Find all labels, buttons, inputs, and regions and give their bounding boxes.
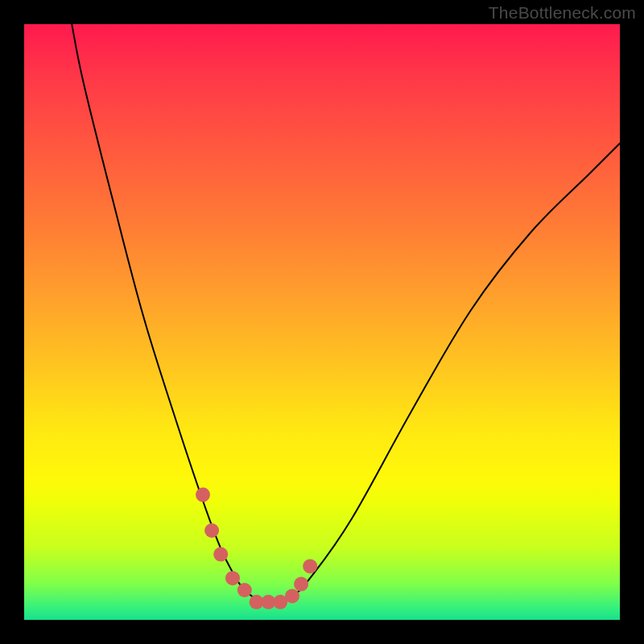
highlight-dot bbox=[213, 547, 228, 562]
highlight-dot bbox=[303, 559, 317, 573]
highlight-dot bbox=[285, 588, 299, 603]
highlight-dot bbox=[225, 571, 240, 585]
highlight-dot bbox=[196, 488, 210, 502]
highlight-dot bbox=[237, 583, 252, 597]
watermark-label: TheBottleneck.com bbox=[489, 3, 636, 23]
bottleneck-curve bbox=[72, 24, 620, 603]
plot-area bbox=[24, 24, 620, 620]
highlight-dots-group bbox=[196, 488, 317, 609]
chart-frame: TheBottleneck.com bbox=[0, 0, 644, 644]
highlight-dot bbox=[294, 577, 308, 592]
highlight-dot bbox=[204, 523, 219, 538]
curve-layer bbox=[24, 24, 620, 620]
